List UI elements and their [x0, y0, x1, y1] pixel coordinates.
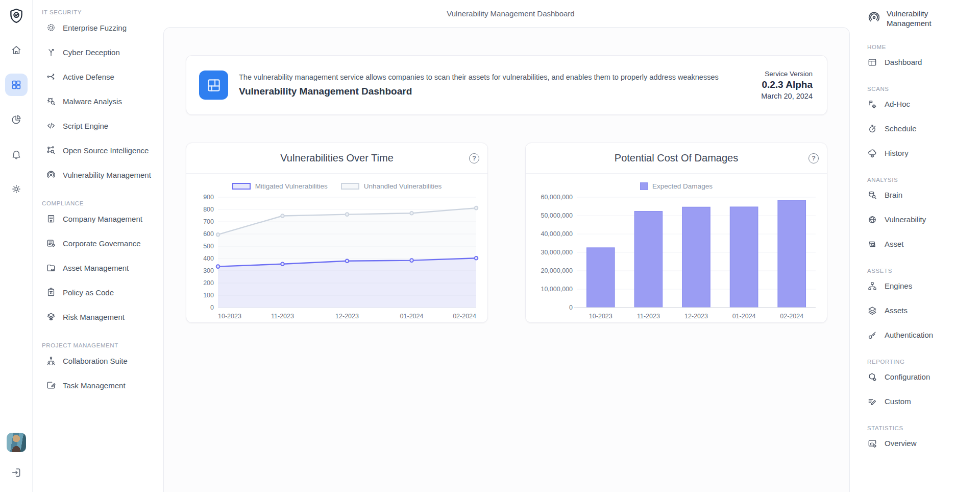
module-brand: Vulnerability Management	[866, 8, 977, 33]
sidebar-item-asset[interactable]: Asset	[866, 232, 977, 256]
y-tick-label: 600	[203, 230, 214, 238]
pen-lines-icon	[867, 396, 877, 407]
sidebar-item-label: Corporate Governance	[63, 239, 141, 248]
app-root: IT SECURITYEnterprise FuzzingCyber Decep…	[0, 0, 980, 492]
service-version-date: March 20, 2024	[761, 92, 813, 100]
y-tick-label: 20,000,000	[541, 267, 573, 274]
x-tick-label: 11-2023	[271, 313, 294, 320]
y-tick-label: 200	[203, 279, 214, 287]
sidebar-item-custom[interactable]: Custom	[866, 389, 977, 414]
sidebar-item-cyber-deception[interactable]: Cyber Deception	[41, 40, 158, 64]
chart-header: Potential Cost Of Damages ?	[526, 143, 827, 174]
rail-button-home[interactable]	[5, 39, 28, 61]
sidebar-item-schedule[interactable]: Schedule	[866, 116, 977, 141]
sidebar-item-risk-management[interactable]: Risk Management	[41, 304, 158, 329]
sidebar-item-history[interactable]: History	[866, 141, 977, 166]
x-tick-label: 11-2023	[637, 313, 660, 320]
x-tick-label: 02-2024	[453, 313, 476, 320]
sidebar-item-policy-as-code[interactable]: Policy as Code	[41, 280, 158, 304]
x-tick-label: 10-2023	[218, 313, 241, 320]
right-sidebar: Vulnerability Management HOMEDashboardSC…	[859, 0, 980, 492]
legend-label: Mitigated Vulnerabilities	[255, 182, 328, 190]
rail-button-pie-chart[interactable]	[5, 108, 28, 131]
potential-cost-of-damages-card: Potential Cost Of Damages ? Expected Dam…	[525, 143, 827, 323]
vulnerabilities-over-time-card: Vulnerabilities Over Time ? Mitigated Vu…	[186, 143, 488, 323]
module-brand-label: Vulnerability Management	[887, 9, 943, 29]
section-header: ASSETS	[866, 268, 977, 274]
sidebar-item-label: Schedule	[885, 124, 917, 133]
fingerprint-icon	[867, 10, 881, 24]
key-icon	[867, 330, 877, 340]
series-expected-damages	[587, 200, 806, 308]
sidebar-item-assets[interactable]: Assets	[866, 298, 977, 323]
legend-swatch	[640, 182, 648, 190]
legend-item[interactable]: Unhandled Vulnerabilities	[341, 182, 442, 190]
sidebar-item-brain[interactable]: Brain	[866, 183, 977, 207]
sidebar-item-label: Engines	[885, 282, 912, 290]
content-panel: The vulnerability management service all…	[163, 27, 850, 492]
hero-title: Vulnerability Management Dashboard	[239, 86, 719, 97]
y-tick-label: 300	[203, 267, 214, 274]
chart-body: Expected Damages 010,000,00020,000,00030…	[526, 174, 827, 323]
sidebar-item-authentication[interactable]: Authentication	[866, 323, 977, 347]
service-version-block: Service Version 0.2.3 Alpha March 20, 20…	[761, 70, 813, 100]
sidebar-item-configuration[interactable]: Configuration	[866, 365, 977, 389]
chart-gear-icon	[867, 438, 877, 449]
sidebar-item-enterprise-fuzzing[interactable]: Enterprise Fuzzing	[41, 15, 158, 40]
cloud-history-icon	[867, 148, 877, 158]
target-rings-icon	[46, 22, 56, 33]
sidebar-item-vulnerability[interactable]: Vulnerability	[866, 207, 977, 232]
sidebar-item-task-management[interactable]: Task Management	[41, 373, 158, 397]
section-header: PROJECT MANAGEMENT	[41, 342, 158, 348]
sidebar-item-label: Custom	[885, 397, 911, 406]
code-icon	[46, 121, 56, 131]
building-icon	[46, 214, 56, 224]
logout-button[interactable]	[5, 461, 28, 484]
bell-icon	[11, 149, 22, 160]
page-title: Vulnerability Management Dashboard	[447, 9, 574, 18]
section-header: REPORTING	[866, 359, 977, 365]
sidebar-item-asset-management[interactable]: Asset Management	[41, 255, 158, 280]
window-icon	[867, 57, 877, 67]
sidebar-item-dashboard[interactable]: Dashboard	[866, 50, 977, 75]
sidebar-item-label: Malware Analysis	[63, 97, 122, 106]
sidebar-item-open-source-intelligence[interactable]: Open Source Intelligence	[41, 138, 158, 162]
sidebar-item-company-management[interactable]: Company Management	[41, 206, 158, 231]
sidebar-item-overview[interactable]: Overview	[866, 431, 977, 456]
y-tick-label: 500	[203, 243, 214, 250]
sidebar-item-script-engine[interactable]: Script Engine	[41, 113, 158, 138]
legend-item[interactable]: Mitigated Vulnerabilities	[232, 182, 328, 190]
sidebar-item-label: Vulnerability	[885, 215, 926, 224]
people-tree-icon	[46, 356, 56, 366]
sidebar-item-active-defense[interactable]: Active Defense	[41, 64, 158, 89]
sidebar-item-engines[interactable]: Engines	[866, 274, 977, 298]
y-tick-label: 800	[203, 206, 214, 213]
sidebar-item-vulnerability-management[interactable]: Vulnerability Management	[41, 162, 158, 187]
help-icon[interactable]: ?	[808, 153, 819, 163]
sidebar-item-corporate-governance[interactable]: Corporate Governance	[41, 231, 158, 255]
main-area: Vulnerability Management Dashboard The v…	[162, 0, 859, 492]
rail-button-gear[interactable]	[5, 178, 28, 200]
home-icon	[11, 44, 22, 56]
hero-description: The vulnerability management service all…	[239, 73, 719, 81]
y-tick-label: 40,000,000	[541, 230, 573, 238]
section-header: STATISTICS	[866, 425, 977, 431]
sidebar-item-label: Enterprise Fuzzing	[63, 24, 127, 32]
line-chart: 010020030040050060070080090010-202311-20…	[194, 193, 480, 322]
sidebar-item-label: Company Management	[63, 215, 142, 223]
section-header: SCANS	[866, 86, 977, 92]
rail-button-grid[interactable]	[5, 74, 28, 96]
user-avatar[interactable]	[7, 433, 26, 452]
legend-item[interactable]: Expected Damages	[640, 182, 713, 190]
y-tick-label: 700	[203, 218, 214, 225]
bar-chart: 010,000,00020,000,00030,000,00040,000,00…	[534, 193, 820, 322]
sidebar-item-malware-analysis[interactable]: Malware Analysis	[41, 89, 158, 113]
sidebar-item-ad-hoc[interactable]: Ad-Hoc	[866, 92, 977, 116]
y-tick-label: 30,000,000	[541, 249, 573, 256]
board-pen-icon	[46, 380, 56, 390]
logout-icon	[11, 467, 22, 478]
help-icon[interactable]: ?	[469, 153, 479, 163]
sidebar-item-collaboration-suite[interactable]: Collaboration Suite	[41, 348, 158, 373]
rail-button-bell[interactable]	[5, 143, 28, 166]
hero-text: The vulnerability management service all…	[239, 73, 719, 97]
